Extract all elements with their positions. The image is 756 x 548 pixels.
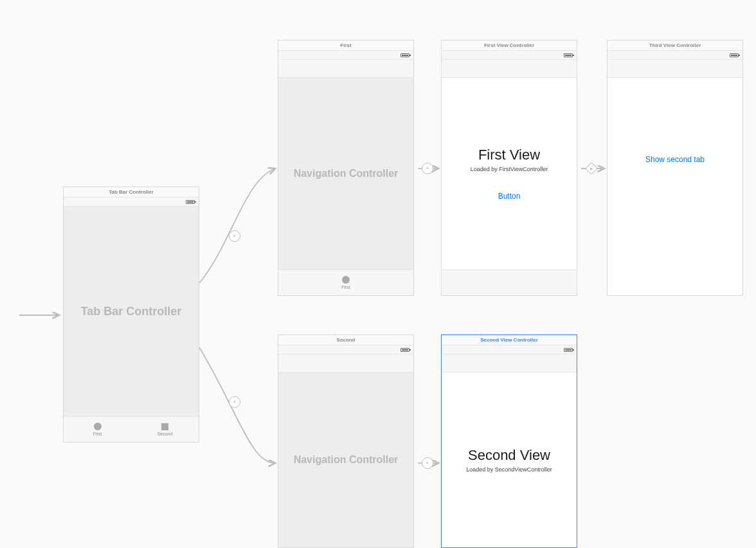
navigation-bar [442,354,577,372]
scene-third-vc[interactable]: Third View Controller Show second tab [607,40,743,296]
tab-label: Second [158,432,173,436]
scene-header: Third View Controller [608,41,742,51]
status-bar [442,345,577,354]
scene-body: Tab Bar Controller [64,206,199,416]
status-bar [64,197,199,206]
scene-second-vc[interactable]: Second View Controller Second View Loade… [441,334,577,548]
scene-tabbar-controller[interactable]: Tab Bar Controller Tab Bar Controller Fi… [63,187,199,443]
status-bar [608,51,742,60]
scene-body: Show second tab [608,78,742,295]
circle-icon [342,276,350,284]
status-bar [278,51,413,60]
tab-item-second[interactable]: Second [131,417,199,442]
tab-item-first[interactable]: First [64,417,131,442]
tab-bar-placeholder [442,269,577,295]
battery-icon [401,53,410,57]
show-second-tab-button[interactable]: Show second tab [645,155,705,164]
view-title: Second View [468,447,550,464]
controller-placeholder-title: Navigation Controller [294,168,399,179]
button[interactable]: Button [498,192,521,201]
status-bar [278,345,413,354]
navigation-bar [608,60,742,78]
view-title: First View [478,147,540,163]
controller-placeholder-title: Navigation Controller [294,454,399,466]
battery-icon [730,53,739,57]
scene-header: First View Controller [442,41,577,51]
tab-label: First [341,285,350,289]
battery-icon [401,348,410,352]
controller-placeholder-title: Tab Bar Controller [81,305,182,318]
scene-nav-second[interactable]: Second Navigation Controller [278,334,414,548]
scene-nav-first[interactable]: First Navigation Controller First [278,40,414,296]
segue-relationship-icon[interactable]: ⚬ [422,163,433,174]
view-subtitle: Loaded by FirstViewController [471,166,548,172]
scene-body: Navigation Controller [278,372,413,547]
navigation-bar [278,354,413,372]
scene-body: First View Loaded by FirstViewController… [442,78,577,269]
segue-show-icon[interactable]: ▸ [585,162,598,175]
tab-item-first[interactable]: First [336,270,356,295]
navigation-bar [278,60,413,78]
battery-icon [564,348,573,352]
circle-icon [94,423,102,430]
view-subtitle: Loaded by SecondViewController [466,466,552,473]
status-bar [442,51,577,60]
scene-header: Second View Controller [442,335,577,345]
scene-header: Tab Bar Controller [64,187,199,197]
segue-relationship-icon[interactable]: ⚬ [229,396,240,408]
scene-body: Navigation Controller [278,78,413,269]
navigation-bar [442,60,577,78]
scene-first-vc[interactable]: First View Controller First View Loaded … [441,40,577,296]
scene-header: Second [278,335,413,345]
tab-label: First [93,432,102,436]
segue-relationship-icon[interactable]: ⚬ [229,230,240,242]
battery-icon [186,200,195,204]
segue-relationship-icon[interactable]: ⚬ [422,457,433,469]
tab-bar: First [278,269,413,295]
scene-header: First [278,41,413,51]
tab-bar: First Second [64,416,199,442]
square-icon [161,423,168,430]
scene-body: Second View Loaded by SecondViewControll… [442,372,577,547]
battery-icon [564,53,573,57]
